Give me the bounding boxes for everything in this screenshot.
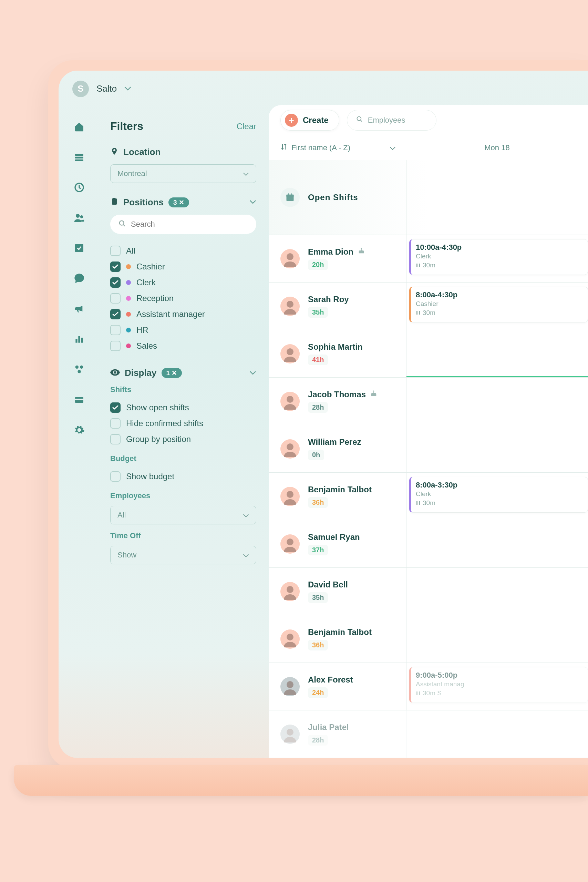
position-option[interactable]: Assistant manager: [110, 306, 256, 322]
time-icon[interactable]: [73, 181, 86, 194]
svg-point-38: [286, 681, 294, 688]
checkbox[interactable]: [110, 434, 120, 444]
billing-icon[interactable]: [73, 393, 86, 406]
announce-icon[interactable]: [73, 303, 86, 315]
checkbox[interactable]: [110, 278, 120, 288]
day-cell[interactable]: [406, 520, 588, 567]
budget-option[interactable]: Show budget: [110, 469, 256, 484]
positions-search[interactable]: [110, 214, 256, 234]
employee-cell[interactable]: Emma Dion20h: [268, 235, 406, 282]
svg-point-41: [286, 729, 294, 736]
shift-card[interactable]: 10:00a-4:30pClerk30m: [409, 239, 588, 275]
svg-rect-16: [113, 198, 116, 199]
employee-cell[interactable]: Sophia Martin41h: [268, 330, 406, 377]
option-label: Show open shifts: [126, 403, 189, 412]
sort-dropdown[interactable]: First name (A - Z): [280, 143, 406, 153]
employee-cell[interactable]: Julia Patel28h: [268, 710, 406, 758]
employee-search[interactable]: Employees: [347, 110, 436, 130]
positions-count-badge[interactable]: 3 ✕: [168, 197, 189, 207]
shifts-option[interactable]: Hide confirmed shifts: [110, 416, 256, 431]
checkbox[interactable]: [110, 246, 120, 256]
open-shifts-label: Open Shifts: [308, 193, 358, 202]
reports-icon[interactable]: [73, 333, 86, 345]
svg-point-36: [286, 586, 294, 593]
checkbox[interactable]: [110, 325, 120, 335]
avatar: [280, 582, 300, 601]
chat-icon[interactable]: [73, 272, 86, 285]
checkbox[interactable]: [110, 402, 120, 413]
employee-row: Sarah Roy35h8:00a-4:30pCashier30m: [268, 282, 588, 330]
day-cell[interactable]: [406, 425, 588, 472]
day-cell[interactable]: 8:00a-3:30pClerk30m: [406, 473, 588, 520]
employee-hours: 28h: [308, 735, 328, 746]
position-option[interactable]: All: [110, 243, 256, 259]
employee-cell[interactable]: David Bell35h: [268, 568, 406, 615]
checkbox[interactable]: [110, 261, 120, 272]
badge-icon: [110, 197, 118, 208]
svg-point-12: [78, 370, 81, 373]
timeoff-subheader: Time Off: [110, 531, 256, 540]
day-cell[interactable]: [406, 710, 588, 758]
checkbox[interactable]: [110, 293, 120, 303]
display-count-badge[interactable]: 1 ✕: [162, 368, 182, 378]
day-cell[interactable]: [406, 568, 588, 615]
day-cell[interactable]: 10:00a-4:30pClerk30m: [406, 235, 588, 282]
chevron-down-icon: [249, 370, 256, 376]
clear-filters-link[interactable]: Clear: [237, 122, 256, 131]
svg-rect-21: [288, 193, 289, 195]
day-cell[interactable]: [406, 330, 588, 377]
avatar: [280, 249, 300, 268]
people-icon[interactable]: [73, 212, 86, 224]
employee-cell[interactable]: Jacob Thomas28h: [268, 378, 406, 425]
settings-icon[interactable]: [73, 424, 86, 436]
employee-cell[interactable]: Sarah Roy35h: [268, 282, 406, 330]
employee-name: Jacob Thomas: [308, 390, 378, 399]
position-option[interactable]: Reception: [110, 291, 256, 306]
employee-row: Benjamin Talbot36h8:00a-3:30pClerk30m: [268, 473, 588, 520]
location-select[interactable]: Montreal: [110, 164, 256, 183]
day-cell[interactable]: [406, 378, 588, 425]
now-indicator: [406, 376, 588, 377]
svg-rect-2: [75, 159, 83, 161]
shifts-option[interactable]: Show open shifts: [110, 400, 256, 416]
schedule-icon[interactable]: [73, 151, 86, 163]
employee-cell[interactable]: Alex Forest24h: [268, 663, 406, 710]
checkbox[interactable]: [110, 341, 120, 351]
day-header[interactable]: Mon 18: [406, 143, 588, 152]
day-cell[interactable]: 9:00a-5:00pAssistant manag30m S: [406, 663, 588, 710]
day-cell[interactable]: [406, 615, 588, 663]
checkbox[interactable]: [110, 471, 120, 482]
position-option[interactable]: Sales: [110, 338, 256, 354]
display-section-header[interactable]: Display 1 ✕: [110, 368, 256, 378]
employees-select[interactable]: All: [110, 506, 256, 524]
create-button[interactable]: + Create: [280, 110, 339, 130]
position-option[interactable]: Cashier: [110, 259, 256, 274]
day-cell[interactable]: [406, 160, 588, 235]
position-option[interactable]: HR: [110, 322, 256, 338]
shifts-option[interactable]: Group by position: [110, 431, 256, 447]
checkbox[interactable]: [110, 418, 120, 429]
employee-cell[interactable]: Benjamin Talbot36h: [268, 615, 406, 663]
apps-icon[interactable]: [73, 363, 86, 375]
timeoff-select[interactable]: Show: [110, 546, 256, 564]
home-icon[interactable]: [73, 121, 86, 133]
shift-card[interactable]: 8:00a-4:30pCashier30m: [409, 286, 588, 322]
employee-cell[interactable]: Samuel Ryan37h: [268, 520, 406, 567]
position-option[interactable]: Clerk: [110, 274, 256, 291]
svg-rect-14: [75, 399, 83, 400]
positions-section-header[interactable]: Positions 3 ✕: [110, 197, 256, 208]
tasks-icon[interactable]: [73, 242, 86, 254]
day-cell[interactable]: 8:00a-4:30pCashier30m: [406, 282, 588, 330]
svg-rect-8: [78, 336, 80, 343]
shift-card[interactable]: 9:00a-5:00pAssistant manag30m S: [409, 667, 588, 703]
employee-cell[interactable]: William Perez0h: [268, 425, 406, 472]
svg-point-18: [357, 117, 361, 121]
org-logo[interactable]: S: [72, 81, 89, 97]
checkbox[interactable]: [110, 309, 120, 320]
option-label: Hide confirmed shifts: [126, 418, 203, 428]
shift-card[interactable]: 8:00a-3:30pClerk30m: [409, 477, 588, 513]
positions-search-input[interactable]: [131, 220, 248, 229]
chevron-down-icon: [243, 169, 249, 178]
employee-cell[interactable]: Benjamin Talbot36h: [268, 473, 406, 520]
chevron-down-icon[interactable]: [124, 86, 131, 92]
